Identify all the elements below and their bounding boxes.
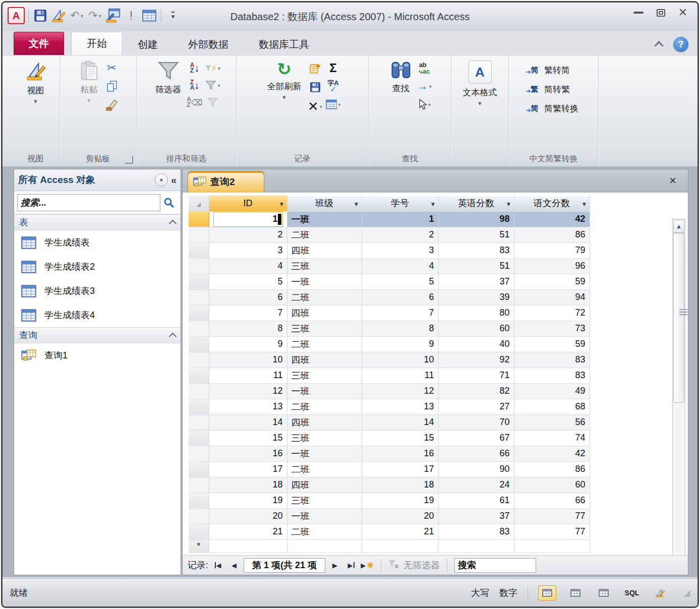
- collapse-section-icon[interactable]: [169, 333, 177, 341]
- cell[interactable]: 15: [362, 430, 438, 446]
- spelling-icon[interactable]: 字A✓: [326, 80, 341, 93]
- sidebar-item-table[interactable]: 学生成绩表4: [14, 303, 181, 327]
- cell[interactable]: 71: [438, 368, 514, 383]
- paste-button[interactable]: 粘贴 ▼: [77, 59, 101, 104]
- cell[interactable]: 19: [362, 493, 438, 508]
- tab-database-tools[interactable]: 数据库工具: [244, 34, 324, 55]
- row-selector[interactable]: [189, 493, 209, 508]
- cell[interactable]: 13: [209, 399, 287, 414]
- cell[interactable]: 7: [209, 305, 287, 321]
- row-selector[interactable]: [189, 399, 209, 414]
- column-header[interactable]: 学号▼: [362, 196, 438, 211]
- row-selector[interactable]: [189, 446, 209, 461]
- cell[interactable]: 3: [362, 242, 438, 258]
- nav-menu-icon[interactable]: ▼: [155, 173, 168, 187]
- cell[interactable]: 66: [438, 446, 514, 461]
- row-selector[interactable]: [189, 321, 209, 336]
- cell[interactable]: 92: [438, 352, 514, 368]
- row-selector[interactable]: [189, 211, 209, 227]
- cell[interactable]: 66: [514, 493, 590, 508]
- row-selector[interactable]: [189, 352, 209, 368]
- cell[interactable]: 82: [438, 383, 514, 399]
- cell[interactable]: 2: [209, 227, 287, 242]
- cell[interactable]: 21: [209, 524, 287, 539]
- cell[interactable]: 27: [438, 399, 514, 414]
- more-records-icon[interactable]: ▾: [326, 98, 341, 111]
- find-button[interactable]: 查找: [388, 59, 414, 95]
- goto-icon[interactable]: →▾: [417, 80, 432, 93]
- cell[interactable]: [362, 539, 438, 553]
- cell[interactable]: 9: [362, 336, 438, 352]
- cell[interactable]: 68: [514, 399, 590, 414]
- row-selector[interactable]: [189, 274, 209, 289]
- sort-ascending-icon[interactable]: AZ↓: [187, 62, 202, 75]
- cell[interactable]: 二班: [287, 399, 362, 414]
- cell[interactable]: 42: [514, 211, 590, 227]
- cell[interactable]: [514, 539, 590, 553]
- cell[interactable]: 86: [514, 227, 590, 242]
- cell[interactable]: 8: [209, 321, 287, 336]
- cell[interactable]: 17: [362, 461, 438, 477]
- totals-icon[interactable]: Σ: [326, 62, 341, 75]
- row-selector[interactable]: [189, 508, 209, 524]
- cell[interactable]: 4: [362, 258, 438, 274]
- chinese-conversion-button[interactable]: ➜繁简转繁: [529, 82, 578, 97]
- cell[interactable]: [438, 539, 514, 553]
- sql-view-icon[interactable]: SQL: [623, 585, 641, 600]
- search-input[interactable]: [17, 194, 160, 211]
- chevron-down-icon[interactable]: ▼: [354, 201, 360, 208]
- cell[interactable]: 59: [514, 274, 590, 289]
- record-position[interactable]: 第 1 项(共 21 项: [244, 558, 325, 573]
- cell[interactable]: 11: [209, 368, 287, 383]
- cell[interactable]: 37: [438, 508, 514, 524]
- cell[interactable]: 6: [362, 289, 438, 305]
- sidebar-item-table[interactable]: 学生成绩表3: [14, 279, 181, 303]
- chinese-conversion-button[interactable]: ➜简简繁转换: [529, 101, 578, 116]
- help-icon[interactable]: ?: [673, 37, 688, 52]
- column-header[interactable]: 班级▼: [287, 196, 362, 211]
- cell[interactable]: 72: [514, 305, 590, 321]
- cell[interactable]: 1: [362, 211, 438, 227]
- search-icon[interactable]: [160, 194, 178, 211]
- minimize-button[interactable]: [631, 8, 646, 18]
- select-icon[interactable]: ▾: [417, 98, 432, 111]
- dialog-launcher-icon[interactable]: [125, 156, 133, 164]
- row-selector[interactable]: [189, 305, 209, 321]
- nav-section-header[interactable]: 表: [14, 214, 181, 230]
- cell[interactable]: 10: [362, 352, 438, 368]
- cell[interactable]: 77: [514, 508, 590, 524]
- cell[interactable]: 一班: [287, 274, 362, 289]
- toggle-filter-icon[interactable]: [205, 96, 220, 109]
- cell[interactable]: 二班: [287, 289, 362, 305]
- cell[interactable]: 二班: [287, 461, 362, 477]
- row-selector[interactable]: [189, 414, 209, 430]
- cell[interactable]: 20: [362, 508, 438, 524]
- save-record-icon[interactable]: [308, 81, 323, 94]
- collapse-pane-icon[interactable]: «: [171, 174, 177, 186]
- record-search-input[interactable]: [454, 558, 536, 573]
- cell[interactable]: 17: [209, 461, 287, 477]
- editing-cell[interactable]: 1: [213, 212, 283, 227]
- design-view-status-icon[interactable]: [651, 585, 669, 600]
- cell[interactable]: 77: [514, 524, 590, 539]
- cell[interactable]: 40: [438, 336, 514, 352]
- view-button[interactable]: 视图 ▼: [22, 59, 49, 105]
- cell[interactable]: 四班: [287, 414, 362, 430]
- cell[interactable]: 5: [362, 274, 438, 289]
- cell[interactable]: 51: [438, 227, 514, 242]
- row-selector[interactable]: [189, 258, 209, 274]
- row-selector[interactable]: [189, 383, 209, 399]
- cell[interactable]: 15: [209, 430, 287, 446]
- row-selector[interactable]: [189, 477, 209, 493]
- cell[interactable]: 39: [438, 289, 514, 305]
- column-header[interactable]: 语文分数▼: [514, 196, 590, 211]
- cell[interactable]: 四班: [287, 305, 362, 321]
- cell[interactable]: 19: [209, 493, 287, 508]
- delete-record-button[interactable]: ✕▾: [308, 100, 323, 113]
- cell[interactable]: 四班: [287, 477, 362, 493]
- cell[interactable]: 74: [514, 430, 590, 446]
- sidebar-item-table[interactable]: 学生成绩表: [14, 230, 181, 255]
- cell[interactable]: 60: [438, 321, 514, 336]
- cell[interactable]: 73: [514, 321, 590, 336]
- cell[interactable]: [287, 539, 362, 553]
